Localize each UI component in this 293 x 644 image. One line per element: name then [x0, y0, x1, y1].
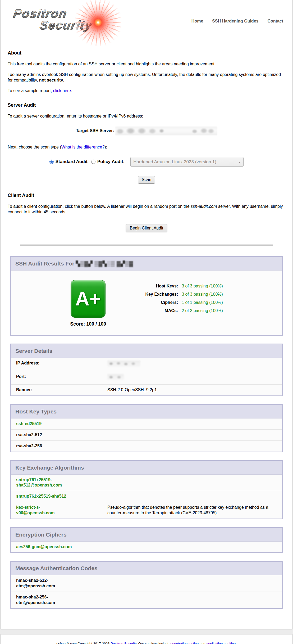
redacted-hostname: ▚▒▓▞ ▒▓▚░▒ ▓▞▒▓ — [76, 261, 133, 267]
scan-type-text-end: ): — [104, 145, 107, 149]
about-title: About — [8, 50, 285, 56]
algorithm-note — [107, 440, 282, 451]
footer-line-1: sshaudit.com Copyright 2017-2023 Positro… — [6, 642, 287, 644]
positron-security-logo[interactable]: Positron Security — [9, 5, 120, 37]
grade-block: A+ Score: 100 / 100 — [70, 280, 106, 327]
algorithm-name-text: aes256-gcm@openssh.com — [16, 544, 72, 549]
key-exchange-table: sntrup761x25519-sha512@openssh.com sntru… — [11, 475, 282, 519]
table-row: aes256-gcm@openssh.com — [11, 542, 282, 552]
page-content: About This free tool audits the configur… — [1, 50, 292, 232]
ssh-audit-results-header: SSH Audit Results For ▚▒▓▞ ▒▓▚░▒ ▓▞▒▓ — [11, 257, 282, 271]
table-row: Banner: SSH-2.0-OpenSSH_9.2p1 — [11, 385, 282, 395]
target-ssh-server-input[interactable] — [115, 127, 217, 135]
about-paragraph-3: To see a sample report, click here. — [8, 88, 285, 94]
about-p3-period: . — [71, 88, 72, 93]
row-value-redacted — [107, 358, 282, 371]
standard-audit-label[interactable]: Standard Audit — [56, 159, 88, 164]
footer-penetration-testing-link[interactable]: penetration testing — [170, 642, 199, 644]
policy-select-value: Hardened Amazon Linux 2023 (version 1) — [133, 159, 216, 164]
algorithm-name-text: sntrup761x25519-sha512@openssh.com — [16, 478, 62, 488]
table-row: rsa-sha2-256 — [11, 440, 282, 451]
encryption-ciphers-panel: Encryption Ciphers aes256-gcm@openssh.co… — [10, 527, 283, 553]
results-title-text: SSH Audit Results For — [15, 260, 76, 267]
section-divider — [20, 245, 273, 246]
client-audit-text: To audit a client configuration, click t… — [8, 204, 191, 209]
policy-audit-label[interactable]: Policy Audit: — [97, 159, 125, 164]
macs-header: Message Authentication Codes — [11, 562, 282, 575]
server-details-panel: Server Details IP Address: Port: Banner:… — [10, 344, 283, 396]
table-row: rsa-sha2-512 — [11, 429, 282, 440]
site-header: Positron Security Home SSH Hardening Gui… — [1, 0, 292, 41]
key-exchange-header: Key Exchange Algorithms — [11, 461, 282, 475]
row-label: Banner: — [11, 385, 107, 395]
row-label: IP Address: — [11, 358, 107, 371]
redacted-ip-address — [107, 361, 140, 367]
nav-ssh-hardening-guides[interactable]: SSH Hardening Guides — [212, 19, 258, 24]
target-ssh-server-label: Target SSH Server: — [76, 128, 114, 133]
nav-home[interactable]: Home — [191, 19, 203, 24]
client-audit-paragraph: To audit a client configuration, click t… — [8, 204, 285, 215]
algorithm-name-text: hmac-sha2-256-etm@openssh.com — [16, 595, 55, 605]
client-audit-title: Client Audit — [8, 193, 285, 198]
algorithm-name: hmac-sha2-256-etm@openssh.com — [11, 592, 107, 608]
scan-type-difference-link[interactable]: What is the difference? — [61, 145, 104, 149]
chevron-down-icon: ⌄ — [238, 157, 241, 166]
footer-application-auditing-link[interactable]: application auditing — [206, 642, 236, 644]
algorithm-name-text: hmac-sha2-512-etm@openssh.com — [16, 578, 55, 588]
policy-select[interactable]: Hardened Amazon Linux 2023 (version 1) ⌄ — [130, 157, 244, 167]
algorithm-name: rsa-sha2-256 — [11, 440, 107, 451]
table-row: sntrup761x25519-sha512 — [11, 491, 282, 502]
table-row: kex-strict-s-v00@openssh.com Pseudo-algo… — [11, 502, 282, 518]
stat-label-host-keys: Host Keys: — [120, 284, 178, 289]
nav-contact[interactable]: Contact — [267, 19, 283, 24]
algorithm-name: sntrup761x25519-sha512 — [11, 491, 107, 502]
begin-client-audit-button[interactable]: Begin Client Audit — [126, 224, 167, 232]
row-value: SSH-2.0-OpenSSH_9.2p1 — [107, 385, 282, 395]
main-card: Positron Security Home SSH Hardening Gui… — [1, 0, 292, 629]
macs-table: hmac-sha2-512-etm@openssh.com hmac-sha2-… — [11, 575, 282, 608]
about-paragraph-1: This free tool audits the configuration … — [8, 61, 285, 67]
algorithm-note — [107, 418, 282, 429]
standard-audit-radio[interactable] — [49, 160, 54, 164]
host-key-types-table: ssh-ed25519 rsa-sha2-512 rsa-sha2-256 — [11, 418, 282, 451]
scan-type-text: Next, choose the scan type ( — [8, 145, 61, 149]
algorithm-name-text: rsa-sha2-256 — [16, 444, 42, 448]
stat-label-ciphers: Ciphers: — [120, 300, 178, 305]
encryption-ciphers-header: Encryption Ciphers — [11, 528, 282, 542]
about-p2-bold: not security — [39, 78, 63, 82]
policy-audit-radio[interactable] — [91, 160, 95, 164]
algorithm-note — [107, 592, 282, 608]
row-label: Port: — [11, 371, 107, 385]
algorithm-name-text: kex-strict-s-v00@openssh.com — [16, 505, 54, 515]
sample-report-link[interactable]: click here — [53, 88, 71, 93]
table-row: Port: — [11, 371, 282, 385]
scan-type-row: Standard Audit Policy Audit: Hardened Am… — [8, 157, 285, 167]
algorithm-name: aes256-gcm@openssh.com — [11, 542, 107, 552]
algorithm-name-text: sntrup761x25519-sha512 — [16, 494, 66, 498]
table-row: hmac-sha2-512-etm@openssh.com — [11, 575, 282, 592]
algorithm-name: ssh-ed25519 — [11, 418, 107, 429]
row-value-redacted — [107, 371, 282, 385]
host-key-types-panel: Host Key Types ssh-ed25519 rsa-sha2-512 … — [10, 404, 283, 452]
footer-positron-security-link[interactable]: Positron Security — [111, 642, 136, 644]
footer-text: . Our services include — [136, 642, 171, 644]
table-row: IP Address: — [11, 358, 282, 371]
footer-domain: sshaudit.com — [56, 642, 77, 644]
about-paragraph-2: Too many admins overlook SSH configurati… — [8, 72, 285, 83]
main-nav: Home SSH Hardening Guides Contact — [191, 19, 283, 24]
scan-button[interactable]: Scan — [138, 176, 155, 184]
results-stats: Host Keys: 3 of 3 passing (100%) Key Exc… — [120, 284, 223, 313]
stat-value-key-exchanges: 3 of 3 passing (100%) — [182, 292, 223, 297]
algorithm-note — [107, 542, 282, 552]
grade-badge: A+ — [71, 280, 106, 318]
scan-type-paragraph: Next, choose the scan type (What is the … — [8, 144, 285, 150]
target-server-row: Target SSH Server: — [8, 127, 285, 135]
client-audit-domain: ssh-audit.com — [191, 204, 217, 209]
footer: sshaudit.com Copyright 2017-2023 Positro… — [1, 634, 292, 644]
algorithm-name: rsa-sha2-512 — [11, 429, 107, 440]
score-text: Score: 100 / 100 — [70, 321, 106, 327]
algorithm-name-text: ssh-ed25519 — [16, 421, 42, 426]
footer-text: . — [236, 642, 237, 644]
algorithm-name: sntrup761x25519-sha512@openssh.com — [11, 475, 107, 491]
algorithm-note — [107, 575, 282, 592]
